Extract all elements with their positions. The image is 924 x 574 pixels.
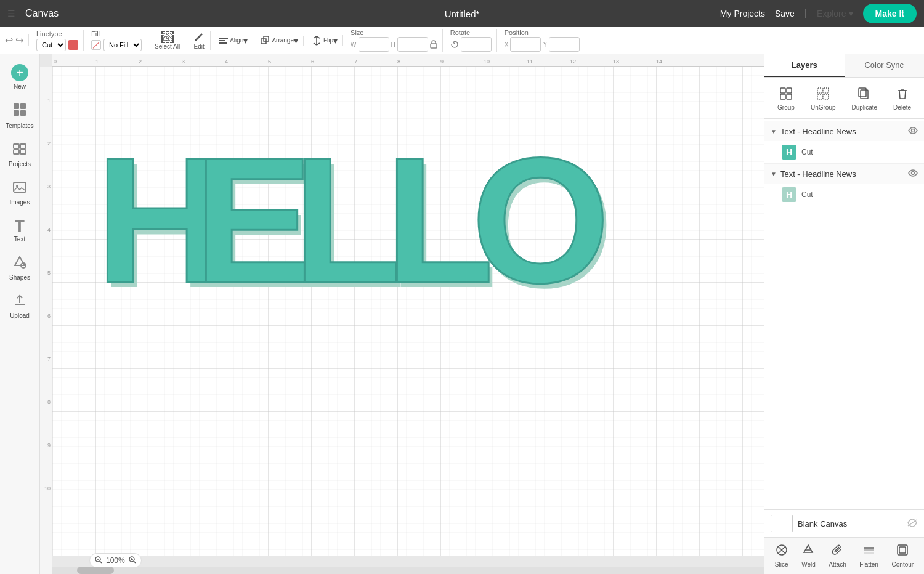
- sidebar-item-label-shapes: Shapes: [9, 274, 30, 281]
- svg-rect-4: [219, 38, 228, 39]
- ungroup-button[interactable]: UnGroup: [806, 83, 841, 113]
- canvas-layer-visibility[interactable]: [907, 519, 918, 529]
- layer-chevron-1: ▼: [771, 128, 777, 135]
- size-h-input[interactable]: [397, 37, 428, 52]
- canvas-scrollbar[interactable]: [52, 567, 764, 574]
- layer-header-2[interactable]: ▼ Text - Headline News: [764, 164, 924, 184]
- attach-button[interactable]: Attach: [825, 541, 849, 570]
- linetype-select[interactable]: Cut: [36, 39, 66, 51]
- main-toolbar: ↩ ↪ Linetype Cut Fill No Fill: [0, 27, 924, 54]
- sidebar-item-shapes[interactable]: Shapes: [2, 250, 38, 286]
- select-all-button[interactable]: Select All: [155, 31, 180, 50]
- svg-rect-16: [14, 150, 19, 154]
- document-title: Untitled*: [445, 9, 480, 19]
- svg-rect-46: [861, 90, 868, 99]
- layer-chevron-2: ▼: [771, 171, 777, 177]
- canvas-area[interactable]: 0 1 2 3 4 5 6 7 8 9 10 11 12 13 14 1 2 3…: [40, 54, 764, 574]
- svg-point-49: [912, 172, 915, 175]
- sidebar-item-label-upload: Upload: [10, 312, 30, 319]
- duplicate-button[interactable]: Duplicate: [846, 83, 882, 113]
- attach-icon: [832, 544, 844, 559]
- svg-rect-13: [20, 110, 26, 116]
- fill-select[interactable]: No Fill: [103, 39, 142, 51]
- svg-rect-1: [168, 33, 171, 36]
- new-icon: +: [11, 64, 28, 81]
- flatten-button[interactable]: Flatten: [856, 541, 882, 570]
- templates-icon: [12, 102, 27, 121]
- tab-layers[interactable]: Layers: [764, 54, 845, 77]
- fill-color-swatch: [91, 40, 101, 50]
- svg-rect-17: [20, 150, 26, 154]
- sidebar-item-text[interactable]: T Text: [2, 213, 38, 248]
- contour-button[interactable]: Contour: [888, 541, 918, 570]
- linetype-label: Linetype: [36, 30, 78, 38]
- flatten-icon: [863, 544, 875, 559]
- layer-header-1[interactable]: ▼ Text - Headline News: [764, 121, 924, 141]
- size-w-input[interactable]: [359, 37, 389, 52]
- slice-button[interactable]: Slice: [771, 541, 792, 570]
- sidebar-item-new[interactable]: + New: [2, 59, 38, 95]
- scrollbar-thumb[interactable]: [77, 567, 114, 574]
- rotate-input[interactable]: [461, 37, 492, 52]
- zoom-out-button[interactable]: [95, 556, 102, 565]
- group-button[interactable]: Group: [772, 83, 800, 113]
- svg-point-48: [912, 129, 915, 132]
- layer-item-name-1a: Cut: [801, 148, 813, 156]
- hello-graphic: .letter-shadow { fill: #a8d5c8; } .lette…: [89, 91, 675, 350]
- hamburger-button[interactable]: ☰: [7, 9, 15, 18]
- panel-bottom-toolbar: Slice Weld Attach Flatten: [764, 537, 924, 574]
- position-y-input[interactable]: [549, 37, 580, 52]
- sidebar-item-label-text: Text: [14, 236, 25, 243]
- zoom-controls: 100%: [89, 553, 142, 568]
- ruler-horizontal: 0 1 2 3 4 5 6 7 8 9 10 11 12 13 14: [52, 54, 764, 67]
- layer-visibility-2[interactable]: [908, 169, 918, 179]
- fill-label: Fill: [91, 30, 142, 38]
- sidebar-item-templates[interactable]: Templates: [2, 97, 38, 134]
- my-projects-link[interactable]: My Projects: [720, 9, 765, 18]
- svg-text:O: O: [471, 120, 610, 320]
- svg-rect-40: [780, 94, 785, 99]
- panel-actions: Group UnGroup Duplicate Delete: [764, 78, 924, 119]
- layer-name-1: Text - Headline News: [780, 127, 904, 136]
- svg-rect-6: [219, 42, 227, 44]
- svg-rect-41: [787, 94, 792, 99]
- sidebar-item-upload[interactable]: Upload: [2, 288, 38, 324]
- svg-rect-53: [864, 549, 874, 551]
- position-x-input[interactable]: [510, 37, 541, 52]
- redo-button[interactable]: ↪: [15, 34, 23, 46]
- svg-rect-54: [864, 552, 874, 554]
- svg-rect-11: [20, 103, 26, 109]
- size-label: Size: [351, 29, 437, 36]
- svg-rect-39: [787, 88, 792, 93]
- undo-button[interactable]: ↩: [5, 34, 13, 46]
- layer-name-2: Text - Headline News: [780, 169, 904, 179]
- sidebar-item-images[interactable]: Images: [2, 175, 38, 211]
- tab-color-sync[interactable]: Color Sync: [845, 54, 925, 77]
- svg-rect-38: [780, 88, 785, 93]
- nav-right: My Projects Save | Explore ▾ Make It: [720, 4, 917, 23]
- sidebar-item-projects[interactable]: Projects: [2, 137, 38, 172]
- lock-aspect-button[interactable]: [430, 40, 437, 49]
- edit-button[interactable]: Edit: [193, 31, 205, 50]
- layer-thumb-2a: H: [782, 187, 796, 202]
- ruler-vertical: 1 2 3 4 5 6 7 8 9 10: [40, 67, 52, 574]
- explore-button[interactable]: Explore ▾: [817, 9, 853, 18]
- svg-rect-9: [431, 44, 437, 48]
- svg-rect-43: [824, 88, 829, 93]
- svg-rect-3: [168, 38, 171, 41]
- layer-item-1a[interactable]: H Cut: [764, 141, 924, 163]
- align-button[interactable]: Align▾: [218, 35, 248, 46]
- zoom-in-button[interactable]: [129, 556, 136, 565]
- layer-visibility-1[interactable]: [908, 126, 918, 136]
- flip-button[interactable]: Flip▾: [311, 35, 338, 46]
- arrange-button[interactable]: Arrange▾: [261, 36, 298, 46]
- save-button[interactable]: Save: [775, 9, 795, 18]
- svg-rect-5: [219, 40, 225, 41]
- svg-rect-44: [817, 94, 822, 99]
- svg-rect-56: [899, 547, 906, 553]
- layer-item-2a[interactable]: H Cut: [764, 184, 924, 206]
- app-title: Canvas: [25, 8, 59, 19]
- make-it-button[interactable]: Make It: [863, 4, 917, 23]
- weld-button[interactable]: Weld: [798, 541, 819, 570]
- delete-button[interactable]: Delete: [888, 83, 916, 113]
